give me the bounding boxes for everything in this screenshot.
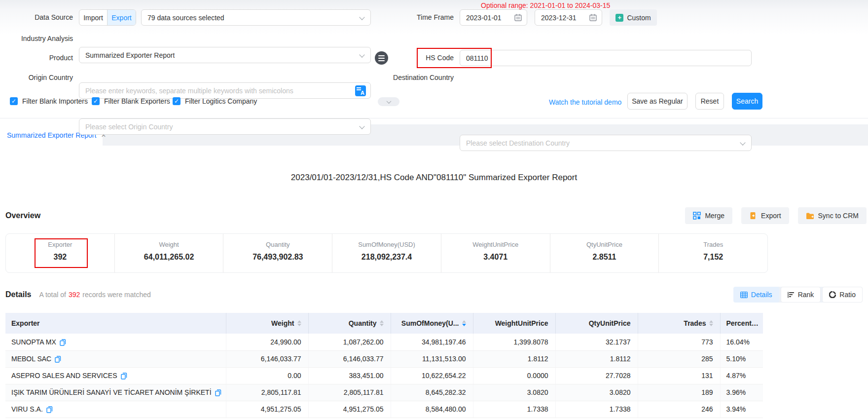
exporter-name[interactable]: SUNOPTA MX xyxy=(11,338,56,346)
cell-qty-unit-price: 32.1737 xyxy=(555,334,638,350)
exporter-name[interactable]: IŞIK TARIM ÜRÜNLERİ SANAYİ VE TİCARET AN… xyxy=(11,388,212,396)
import-toggle-button[interactable]: Import xyxy=(79,10,108,25)
view-details-button[interactable]: Details xyxy=(733,287,779,303)
summary-suffix: records were matched xyxy=(82,291,151,299)
export-toggle-button[interactable]: Export xyxy=(108,10,136,25)
view-rank-label: Rank xyxy=(798,291,814,299)
crm-folder-icon xyxy=(806,212,814,220)
industry-analysis-label: Industry Analysis xyxy=(0,35,73,42)
checkbox-checked-icon[interactable]: ✓ xyxy=(173,97,181,105)
chevron-down-icon xyxy=(359,123,364,129)
table-row: MEBOL SAC 6,146,033.77 6,146,033.77 11,1… xyxy=(5,350,763,367)
copy-icon[interactable] xyxy=(46,406,53,413)
export-button[interactable]: Export xyxy=(741,207,789,224)
copy-icon[interactable] xyxy=(121,373,127,380)
sync-to-crm-button[interactable]: Sync to CRM xyxy=(798,207,867,224)
col-exporter: Exporter xyxy=(5,313,226,334)
stat-label: SumOfMoney(USD) xyxy=(332,241,441,248)
cell-trades: 773 xyxy=(638,334,720,350)
cell-percentage: 4.87% xyxy=(720,367,763,384)
tutorial-demo-link[interactable]: Watch the tutorial demo xyxy=(549,98,621,106)
cell-quantity: 2,805,117.81 xyxy=(308,384,391,401)
copy-icon[interactable] xyxy=(60,339,66,346)
hs-code-label: HS Code xyxy=(381,54,454,62)
table-header-row: Exporter Weight Quantity SumOfMoney(U...… xyxy=(5,313,763,334)
checkbox-label: Filter Logitics Company xyxy=(185,97,257,105)
col-quantity[interactable]: Quantity xyxy=(308,313,391,334)
translate-icon[interactable]: A xyxy=(355,85,366,96)
product-input-wrap: A xyxy=(79,82,371,99)
search-button[interactable]: Search xyxy=(732,93,762,110)
stat-label: QtyUnitPrice xyxy=(550,241,659,248)
cell-quantity: 6,146,033.77 xyxy=(308,350,391,367)
custom-label: Custom xyxy=(627,14,651,22)
cell-percentage: 5.10% xyxy=(720,350,763,367)
stat-quantity: Quantity 76,493,902.83 xyxy=(223,234,332,272)
col-sum-of-money[interactable]: SumOfMoney(U... xyxy=(391,313,473,334)
origin-country-placeholder: Please select Origin Country xyxy=(85,123,173,131)
sort-icon[interactable] xyxy=(380,320,384,326)
end-date-input[interactable]: 2023-12-31 xyxy=(535,9,602,26)
data-sources-select[interactable]: 79 data sources selected xyxy=(141,9,371,26)
exporter-name[interactable]: VIRU S.A. xyxy=(11,405,43,413)
export-file-icon xyxy=(749,212,757,220)
data-source-label: Data Source xyxy=(0,13,73,21)
start-date-input[interactable]: 2023-01-01 xyxy=(460,9,527,26)
checkbox-checked-icon[interactable]: ✓ xyxy=(92,97,100,105)
stat-value: 2.8511 xyxy=(550,253,659,262)
reset-button[interactable]: Reset xyxy=(695,93,724,110)
checkbox-filter-logitics-company[interactable]: ✓ Filter Logitics Company xyxy=(173,97,257,105)
checkbox-filter-blank-importers[interactable]: ✓ Filter Blank Importers xyxy=(10,97,88,105)
checkbox-label: Filter Blank Importers xyxy=(22,97,88,105)
exporter-name[interactable]: MEBOL SAC xyxy=(11,355,51,363)
copy-icon[interactable] xyxy=(55,356,61,363)
ratio-donut-icon xyxy=(829,291,836,298)
sort-icon-active-desc[interactable] xyxy=(462,320,466,326)
cell-percentage: 3.94% xyxy=(720,401,763,418)
stat-value: 64,011,265.02 xyxy=(115,253,223,262)
view-ratio-button[interactable]: Ratio xyxy=(822,287,863,303)
cell-quantity: 4,951,275.05 xyxy=(308,401,391,418)
stat-weight: Weight 64,011,265.02 xyxy=(114,234,223,272)
custom-grid-icon: + xyxy=(615,14,623,22)
cell-weight-unit-price: 1.7338 xyxy=(473,401,555,418)
copy-icon[interactable] xyxy=(215,389,221,396)
checkbox-filter-blank-exporters[interactable]: ✓ Filter Blank Exporters xyxy=(92,97,170,105)
overview-heading: Overview xyxy=(5,211,40,220)
exporter-name[interactable]: ASEPRO SALES AND SERVICES xyxy=(11,372,117,380)
sort-icon[interactable] xyxy=(297,320,301,326)
stat-label: WeightUnitPrice xyxy=(441,241,550,248)
save-as-regular-button[interactable]: Save as Regular xyxy=(627,93,687,110)
details-table: Exporter Weight Quantity SumOfMoney(U...… xyxy=(5,313,763,418)
summary-count: 392 xyxy=(66,291,82,299)
optional-range-text: Optional range: 2021-01-01 to 2024-03-15 xyxy=(481,1,610,9)
view-ratio-label: Ratio xyxy=(839,291,856,299)
industry-analysis-select[interactable]: Summarized Exporter Report xyxy=(79,47,371,63)
product-input[interactable] xyxy=(79,83,370,98)
view-details-label: Details xyxy=(751,291,772,299)
cell-sum: 8,584,480.00 xyxy=(391,401,473,418)
stat-qty-unit-price: QtyUnitPrice 2.8511 xyxy=(550,234,659,272)
calendar-icon xyxy=(589,14,597,21)
origin-country-select[interactable]: Please select Origin Country xyxy=(79,118,371,135)
time-frame-label: Time Frame xyxy=(380,13,454,21)
collapse-filters-button[interactable] xyxy=(378,97,399,106)
sort-icon[interactable] xyxy=(709,320,713,326)
stat-label: Quantity xyxy=(223,241,332,248)
cell-sum: 8,645,282.32 xyxy=(391,384,473,401)
custom-range-button[interactable]: + Custom xyxy=(610,9,657,26)
checkbox-checked-icon[interactable]: ✓ xyxy=(10,97,18,105)
merge-button[interactable]: Merge xyxy=(685,207,732,224)
col-trades[interactable]: Trades xyxy=(638,313,720,334)
stat-value: 392 xyxy=(6,253,114,262)
merge-label: Merge xyxy=(705,212,724,220)
chevron-down-icon xyxy=(386,99,391,104)
cell-qty-unit-price: 1.7338 xyxy=(555,401,638,418)
view-rank-button[interactable]: Rank xyxy=(781,287,821,303)
col-weight[interactable]: Weight xyxy=(226,313,308,334)
hs-code-input[interactable] xyxy=(466,54,745,62)
col-qty-unit-price: QtyUnitPrice xyxy=(555,313,638,334)
stat-value: 3.4071 xyxy=(441,253,550,262)
cell-qty-unit-price: 27.7028 xyxy=(555,367,638,384)
stat-value: 218,092,237.4 xyxy=(332,253,441,262)
